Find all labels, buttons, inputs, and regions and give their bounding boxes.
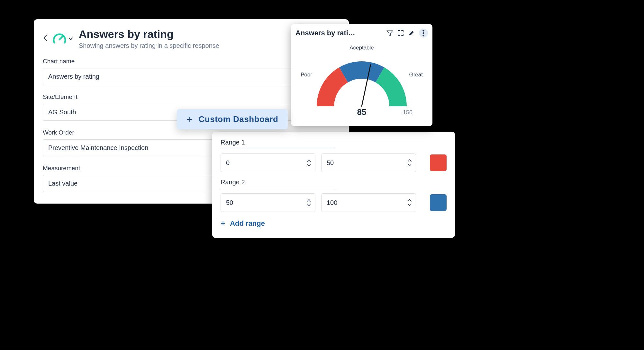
svg-point-2 <box>422 32 424 34</box>
gauge-label-great: Great <box>409 72 423 78</box>
plus-icon: + <box>186 115 192 124</box>
range2-title: Range 2 <box>221 179 336 188</box>
gauge-label-poor: Poor <box>301 72 312 78</box>
add-range-button[interactable]: + Add range <box>221 218 447 228</box>
expand-icon[interactable] <box>397 30 404 37</box>
chevron-down-icon <box>68 36 73 41</box>
stepper-up-icon[interactable] <box>407 198 413 203</box>
svg-line-0 <box>59 36 63 39</box>
panel-subtitle: Showing answers by rating in a specific … <box>79 42 219 49</box>
range1-color-swatch[interactable] <box>430 154 447 171</box>
gauge-chart <box>307 45 416 109</box>
gauge-card-title: Answers by rati… <box>295 29 384 37</box>
gauge-icon <box>52 32 67 46</box>
range2-to-value: 100 <box>327 199 337 206</box>
filter-icon[interactable] <box>386 30 393 37</box>
range1-title: Range 1 <box>221 139 336 148</box>
range2-from-input[interactable]: 50 <box>221 193 315 212</box>
custom-dashboard-label: Custom Dashboard <box>199 114 278 124</box>
kebab-icon <box>419 29 428 38</box>
gauge-max: 150 <box>403 109 413 116</box>
stepper-down-icon[interactable] <box>407 163 413 167</box>
svg-point-1 <box>422 30 424 31</box>
range2-color-swatch[interactable] <box>430 194 447 211</box>
range1-from-value: 0 <box>226 159 230 167</box>
stepper-up-icon[interactable] <box>306 158 312 163</box>
stepper-up-icon[interactable] <box>407 158 413 163</box>
stepper-down-icon[interactable] <box>407 203 413 207</box>
svg-point-3 <box>422 35 424 36</box>
range1-to-value: 50 <box>327 159 334 167</box>
stepper-down-icon[interactable] <box>306 203 312 207</box>
add-range-label: Add range <box>230 219 265 228</box>
range1-to-input[interactable]: 50 <box>321 153 416 172</box>
gauge-label-mid: Aceptable <box>349 45 374 51</box>
stepper-up-icon[interactable] <box>306 198 312 203</box>
back-button[interactable] <box>43 34 48 44</box>
custom-dashboard-button[interactable]: + Custom Dashboard <box>177 109 288 129</box>
stepper-down-icon[interactable] <box>306 163 312 167</box>
plus-icon: + <box>221 218 225 228</box>
gauge-preview-card: Answers by rati… Poor Aceptable Great <box>291 24 432 126</box>
edit-icon[interactable] <box>408 30 415 37</box>
range1-from-input[interactable]: 0 <box>221 153 315 172</box>
range-config-panel: Range 1 0 50 <box>212 132 455 238</box>
range2-from-value: 50 <box>226 199 233 206</box>
panel-title: Answers by rating <box>79 28 219 40</box>
chart-type-selector[interactable] <box>52 32 73 46</box>
gauge-value: 85 <box>357 107 367 117</box>
range2-to-input[interactable]: 100 <box>321 193 416 212</box>
more-menu-button[interactable] <box>419 29 428 38</box>
